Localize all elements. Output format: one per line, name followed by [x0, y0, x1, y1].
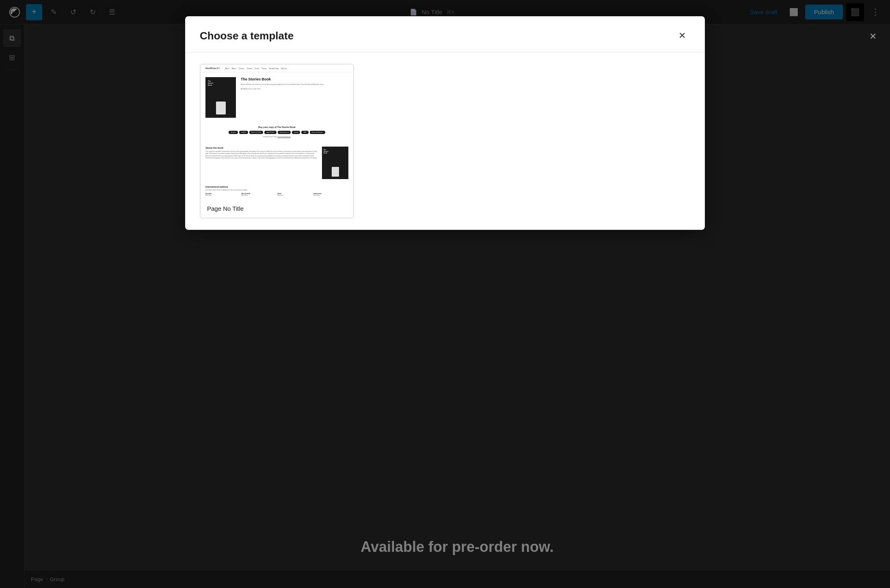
modal-body: WordPress 6.7 About About Careers Contac… — [185, 52, 705, 230]
mini-buy-section: Buy your copy of The Stories Book Amazon… — [201, 123, 353, 143]
modal-header: Choose a template ✕ — [185, 16, 705, 52]
template-label: Page No Title — [201, 199, 353, 218]
mini-buy-btn-spotify: Spotify — [292, 131, 300, 134]
template-preview: WordPress 6.7 About About Careers Contac… — [201, 65, 353, 199]
mini-buy-btn-audible: Audible — [239, 131, 248, 134]
mini-nav-link-pricing: Pricing — [261, 67, 266, 69]
mini-nav-brand: WordPress 6.7 — [205, 67, 220, 69]
mini-store-australia: Book Store — [205, 195, 240, 196]
mini-nav-link-contact: Contact — [247, 67, 253, 69]
mini-outside-text: Outside Europe? View international editi… — [205, 136, 348, 140]
mini-about-title: About the book — [205, 147, 318, 149]
mini-hero-cta: Available for pre-order now. — [241, 88, 348, 90]
mini-about-desc: This exquisite compilation showcases a d… — [205, 151, 318, 159]
mini-nav: WordPress 6.7 About About Careers Contac… — [201, 65, 353, 72]
mini-book-cover: TheStoriesBook — [205, 77, 236, 118]
mini-intl-subtitle: The Stories Book will be available from … — [205, 189, 348, 191]
modal-close-button[interactable]: ✕ — [674, 28, 690, 44]
mini-intl-grid: Australia Book Store New Zealand Book St… — [205, 193, 348, 196]
mini-nav-link-home: Home — [255, 67, 259, 69]
mini-intl-title: International editions — [205, 186, 348, 188]
mini-nav-link-whyus: Why Us — [281, 67, 287, 69]
mini-store-switzerland: Book Store — [313, 195, 348, 196]
mini-nav-link-about: About — [225, 67, 229, 69]
mini-buy-btn-barnes: Barnes & Noble — [249, 131, 264, 134]
mini-site-preview: WordPress 6.7 About About Careers Contac… — [201, 65, 353, 199]
mini-buy-btn-simon: Simon & Schuster — [310, 131, 325, 134]
mini-hero-desc: A fine collection of moments in time fea… — [241, 83, 348, 86]
outer-close-button[interactable]: ✕ — [864, 28, 882, 45]
mini-about-figure — [332, 167, 339, 177]
mini-international-section: International editions The Stories Book … — [201, 182, 353, 199]
mini-intl-item-switzerland: Switzerland Book Store — [313, 193, 348, 196]
mini-buy-btn-amazon: Amazon — [229, 131, 238, 134]
mini-buy-btn-bni: B&N — [301, 131, 308, 134]
mini-buy-title: Buy your copy of The Stories Book — [205, 126, 348, 128]
mini-nav-link-about2: About — [232, 67, 236, 69]
modal-title: Choose a template — [200, 30, 294, 42]
close-icon: ✕ — [678, 30, 686, 41]
mini-buy-btn-bookshop: Bookshop.org — [278, 131, 291, 134]
modal-overlay[interactable]: Choose a template ✕ WordPress 6.7 About … — [0, 0, 890, 588]
mini-buy-buttons: Amazon Audible Barnes & Noble Apple Book… — [205, 131, 348, 134]
mini-nav-link-sample: Sample Page — [269, 67, 279, 69]
outer-close-icon: ✕ — [869, 31, 877, 42]
template-card[interactable]: WordPress 6.7 About About Careers Contac… — [200, 64, 354, 218]
mini-about-book-text: TheStoriesBook — [324, 149, 328, 154]
mini-nav-link-careers: Careers — [239, 67, 244, 69]
mini-store-nz: Book Store — [242, 195, 277, 196]
mini-intl-item-brazil: Brazil Book Store — [278, 193, 313, 196]
mini-about-text: About the book This exquisite compilatio… — [205, 147, 318, 179]
mini-hero-title: The Stories Book — [241, 77, 348, 82]
mini-about-section: About the book This exquisite compilatio… — [201, 143, 353, 182]
mini-intl-item-nz: New Zealand Book Store — [242, 193, 277, 196]
template-chooser-modal: Choose a template ✕ WordPress 6.7 About … — [185, 16, 705, 230]
mini-book-cover-text: TheStoriesBook — [208, 80, 214, 86]
mini-about-book: TheStoriesBook — [322, 147, 348, 179]
mini-book-figure — [216, 102, 226, 115]
mini-intl-item-australia: Australia Book Store — [205, 193, 240, 196]
mini-buy-btn-apple: Apple Books — [264, 131, 277, 134]
mini-hero: TheStoriesBook The Stories Book A fine c… — [201, 72, 353, 123]
mini-hero-text: The Stories Book A fine collection of mo… — [241, 77, 348, 118]
mini-store-brazil: Book Store — [278, 195, 313, 196]
